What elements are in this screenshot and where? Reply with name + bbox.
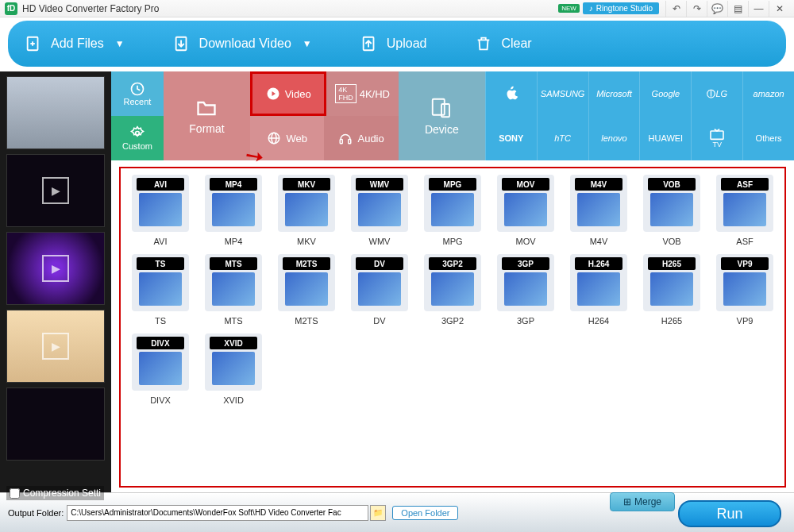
cat-recent[interactable]: Recent (111, 71, 164, 116)
folder-icon (195, 97, 218, 119)
brand-samsung[interactable]: SAMSUNG (537, 71, 588, 116)
output-folder-input[interactable] (67, 505, 368, 521)
device-icon (430, 96, 453, 120)
chevron-down-icon: ▼ (303, 38, 312, 49)
svg-rect-16 (433, 99, 445, 115)
format-mov[interactable]: MOVMOV (492, 175, 559, 246)
chevron-down-icon: ▼ (115, 38, 125, 49)
close-button[interactable]: ✕ (769, 1, 789, 17)
format-m4v[interactable]: M4VM4V (565, 175, 632, 246)
format-h265[interactable]: H265H265 (638, 254, 705, 326)
tv-icon (709, 128, 725, 141)
compression-checkbox[interactable] (10, 488, 20, 499)
queue-thumb[interactable] (6, 76, 105, 149)
add-files-button[interactable]: Add Files ▼ (24, 34, 125, 53)
play-icon: ▶ (42, 333, 69, 360)
compression-settings[interactable]: Compression Setti (6, 486, 104, 500)
app-title: HD Video Converter Factory Pro (22, 3, 160, 14)
format-m2ts[interactable]: M2TSM2TS (273, 254, 340, 326)
cat-audio[interactable]: Audio (324, 116, 398, 160)
format-dv[interactable]: DVDV (346, 254, 413, 326)
new-badge: NEW (558, 4, 580, 13)
open-folder-button[interactable]: Open Folder (392, 506, 458, 520)
brand-tv[interactable]: TV (691, 116, 742, 160)
compression-label: Compression Setti (23, 488, 101, 499)
apple-icon (503, 85, 520, 102)
minimize-button[interactable]: — (748, 1, 769, 17)
svg-rect-18 (711, 131, 723, 139)
brand-htc[interactable]: hTC (537, 116, 588, 160)
format-xvid[interactable]: XVIDXVID (200, 333, 267, 405)
brand-google[interactable]: Google (639, 71, 691, 116)
svg-rect-14 (341, 140, 343, 144)
format-3gp[interactable]: 3GP3GP (492, 254, 559, 326)
upload-icon (360, 34, 379, 53)
format-vob[interactable]: VOBVOB (638, 175, 705, 246)
format-mts[interactable]: MTSMTS (200, 254, 267, 326)
format-mkv[interactable]: MKVMKV (273, 175, 340, 246)
settings-button[interactable]: ▤ (727, 1, 748, 17)
redo-button[interactable]: ↷ (686, 1, 707, 17)
run-button[interactable]: Run (678, 500, 781, 527)
video-queue: ▶ ▶ ▶ (0, 71, 111, 492)
message-button[interactable]: 💬 (707, 1, 727, 17)
format-vp9[interactable]: VP9VP9 (711, 254, 778, 326)
add-files-icon (24, 34, 43, 53)
upload-button[interactable]: Upload (360, 34, 427, 53)
queue-thumb[interactable]: ▶ (6, 154, 105, 227)
hd-icon: 4KFHD (335, 84, 357, 103)
play-icon: ▶ (42, 177, 69, 204)
brand-microsoft[interactable]: Microsoft (588, 71, 640, 116)
format-divx[interactable]: DIVXDIVX (127, 333, 194, 405)
brand-lg[interactable]: ⓛLG (691, 71, 742, 116)
undo-button[interactable]: ↶ (665, 1, 686, 17)
format-wmv[interactable]: WMVWMV (346, 175, 413, 246)
brand-huawei[interactable]: HUAWEI (639, 116, 691, 160)
browse-folder-button[interactable]: 📁 (370, 505, 386, 521)
play-icon: ▶ (42, 255, 69, 282)
merge-button[interactable]: ⊞Merge (610, 492, 675, 511)
download-video-button[interactable]: Download Video ▼ (172, 34, 312, 53)
clear-button[interactable]: Clear (474, 34, 531, 53)
titlebar: fD HD Video Converter Factory Pro NEW ♪R… (0, 0, 794, 17)
bottom-bar: Output Folder: 📁 Open Folder ⊞Merge Run (0, 492, 794, 532)
format-asf[interactable]: ASFASF (711, 175, 778, 246)
svg-rect-15 (349, 140, 351, 144)
globe-icon (267, 131, 281, 145)
cat-device[interactable]: Device (399, 71, 485, 160)
format-3gp2[interactable]: 3GP23GP2 (419, 254, 486, 326)
brand-others[interactable]: Others (742, 116, 794, 160)
output-folder-label: Output Folder: (8, 508, 64, 518)
brand-amazon[interactable]: amazon (742, 71, 794, 116)
main-toolbar: Add Files ▼ Download Video ▼ Upload Clea… (8, 21, 786, 67)
queue-thumb[interactable]: ▶ (6, 310, 105, 383)
cat-format[interactable]: Format (164, 71, 250, 160)
download-icon (172, 34, 191, 53)
cat-video[interactable]: Video (250, 71, 326, 116)
app-logo-icon: fD (5, 2, 17, 15)
format-avi[interactable]: AVIAVI (127, 175, 194, 246)
trash-icon (474, 34, 493, 53)
brand-lenovo[interactable]: lenovo (588, 116, 640, 160)
gear-icon (129, 125, 145, 141)
cat-custom[interactable]: Custom (111, 116, 164, 160)
queue-thumb[interactable] (6, 387, 105, 461)
cat-4khd[interactable]: 4KFHD 4K/HD (326, 71, 398, 116)
play-circle-icon (266, 87, 280, 101)
format-panel: Recent Custom Format Video 4 (111, 71, 794, 492)
category-row: Recent Custom Format Video 4 (111, 71, 794, 164)
queue-thumb[interactable]: ▶ (6, 232, 105, 305)
format-grid-area: AVIAVIMP4MP4MKVMKVWMVWMVMPGMPGMOVMOVM4VM… (119, 167, 786, 488)
ringtone-studio-button[interactable]: ♪Ringtone Studio (583, 2, 659, 14)
format-h264[interactable]: H.264H264 (565, 254, 632, 326)
headphones-icon (338, 131, 353, 145)
clock-icon (129, 81, 145, 97)
brand-apple[interactable] (485, 71, 537, 116)
format-ts[interactable]: TSTS (127, 254, 194, 326)
brand-grid: SAMSUNG Microsoft Google ⓛLG amazon SONY… (485, 71, 794, 160)
format-mp4[interactable]: MP4MP4 (200, 175, 267, 246)
format-mpg[interactable]: MPGMPG (419, 175, 486, 246)
brand-sony[interactable]: SONY (485, 116, 537, 160)
